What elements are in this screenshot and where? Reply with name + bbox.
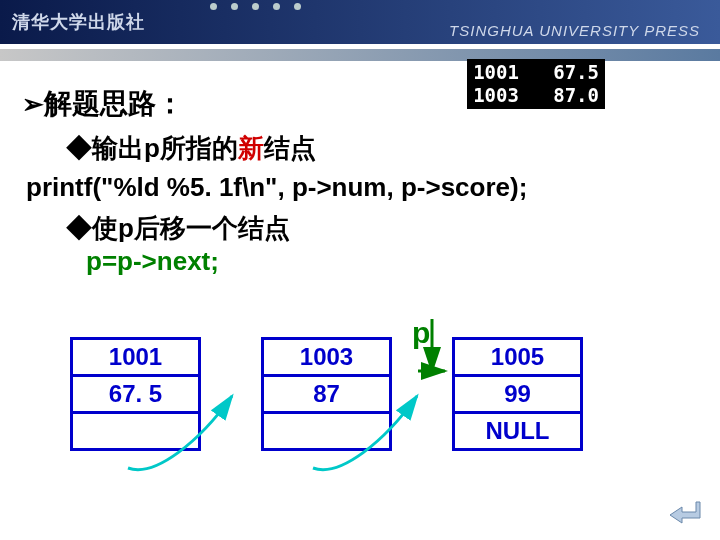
node-score: 87 [264,374,389,411]
diamond-icon: ◆ [66,213,92,243]
header-bar: 清华大学出版社 TSINGHUA UNIVERSITY PRESS [0,0,720,44]
press-text: TSINGHUA UNIVERSITY PRESS [449,22,700,39]
node-1: 1001 67. 5 [70,337,201,451]
sub-bullet-2: ◆使p后移一个结点 [66,211,698,246]
node-next [73,411,198,448]
node-score: 67. 5 [73,374,198,411]
console-line-1: 1001 67.5 [473,61,599,83]
node-next [264,411,389,448]
divider-gradient [0,49,720,61]
console-line-2: 1003 87.0 [473,84,599,106]
sub2-text: 使p后移一个结点 [92,213,290,243]
node-num: 1003 [264,340,389,374]
code-printf: printf("%ld %5. 1f\n", p->num, p->score)… [26,172,698,203]
sub-bullet-1: ◆输出p所指的新结点 [66,131,698,166]
sub1-suffix: 结点 [264,133,316,163]
linked-list: 1001 67. 5 1003 87 1005 99 NULL [70,337,698,451]
sub1-highlight: 新 [238,133,264,163]
slide-content: 1001 67.5 1003 87.0 ➢解题思路： ◆输出p所指的新结点 pr… [0,61,720,465]
node-3: 1005 99 NULL [452,337,583,451]
node-num: 1005 [455,340,580,374]
sub1-prefix: 输出p所指的 [92,133,238,163]
console-output: 1001 67.5 1003 87.0 [467,59,605,109]
arrowhead-icon: ➢ [22,89,44,119]
return-icon[interactable] [668,498,704,528]
node-next: NULL [455,411,580,448]
decorative-dots [210,3,301,10]
heading-text: 解题思路： [44,88,184,119]
diamond-icon: ◆ [66,133,92,163]
node-score: 99 [455,374,580,411]
node-2: 1003 87 [261,337,392,451]
code-pnext: p=p->next; [86,246,698,277]
node-num: 1001 [73,340,198,374]
brand-text: 清华大学出版社 [12,10,145,34]
